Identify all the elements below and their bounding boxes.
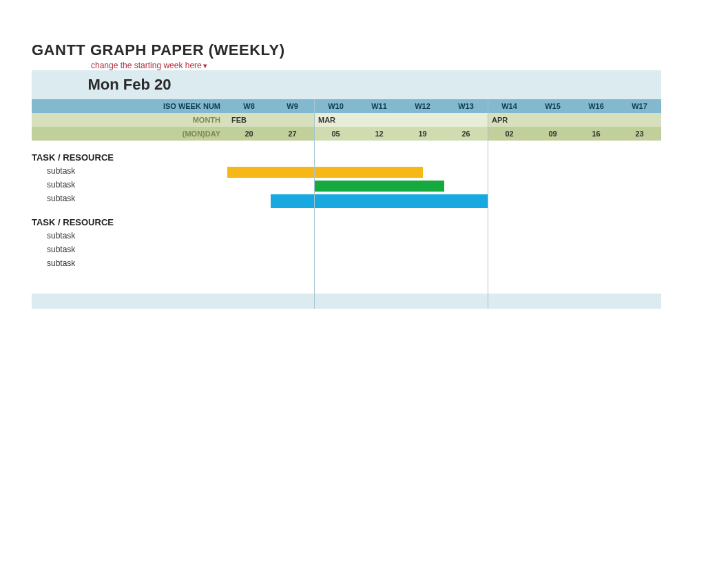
week-col: W8 (227, 99, 271, 113)
task-row: subtask (32, 178, 661, 192)
task-label: subtask (32, 243, 227, 256)
footer-band (32, 294, 661, 309)
task-label: subtask (32, 178, 227, 192)
page-title: GANTT GRAPH PAPER (WEEKLY) (32, 41, 696, 59)
task-group-header: TASK / RESOURCE (32, 215, 661, 229)
month-cell (618, 113, 661, 127)
week-col: W11 (357, 99, 401, 113)
gantt-chart: Mon Feb 20 ISO WEEK NUM W8 W9 W10 W11 W1… (32, 70, 661, 280)
day-cell: 23 (618, 127, 661, 141)
month-row-label: MONTH (32, 113, 227, 127)
task-label: subtask (32, 229, 227, 243)
day-cell: 09 (531, 127, 574, 141)
month-cell (357, 113, 401, 127)
day-cell: 26 (444, 127, 488, 141)
month-cell: MAR (314, 113, 357, 127)
iso-week-row: ISO WEEK NUM W8 W9 W10 W11 W12 W13 W14 W… (32, 99, 661, 113)
week-col: W13 (444, 99, 488, 113)
task-label: subtask (32, 164, 227, 178)
day-cell: 02 (488, 127, 531, 141)
task-group-label: TASK / RESOURCE (32, 215, 227, 229)
month-cell (271, 113, 314, 127)
gantt-bar[interactable] (271, 194, 488, 208)
day-cell: 12 (357, 127, 401, 141)
day-row-label: (MON)DAY (32, 127, 227, 141)
task-row: subtask (32, 243, 661, 256)
week-col: W17 (618, 99, 661, 113)
month-divider (314, 99, 315, 309)
task-row: subtask (32, 229, 661, 243)
month-cell (444, 113, 488, 127)
week-col: W10 (314, 99, 357, 113)
task-group-header: TASK / RESOURCE (32, 150, 661, 164)
start-week-band: Mon Feb 20 (32, 70, 661, 99)
month-cell (574, 113, 618, 127)
day-cell: 05 (314, 127, 357, 141)
task-row: subtask (32, 192, 661, 205)
task-label: subtask (32, 192, 227, 205)
week-col: W15 (531, 99, 574, 113)
hint-text: change the starting week here (91, 61, 202, 70)
month-divider (488, 99, 488, 309)
day-row: (MON)DAY 20270512192602091623 (32, 127, 661, 141)
day-cell: 16 (574, 127, 618, 141)
task-group-label: TASK / RESOURCE (32, 150, 227, 164)
day-cell: 19 (401, 127, 444, 141)
start-week-hint: change the starting week here▾ (91, 61, 696, 70)
month-cell (531, 113, 574, 127)
start-week-label[interactable]: Mon Feb 20 (32, 70, 227, 99)
week-col: W9 (271, 99, 314, 113)
chevron-down-icon: ▾ (202, 61, 207, 70)
month-row: MONTH FEBMARAPR (32, 113, 661, 127)
week-col: W12 (401, 99, 444, 113)
month-cell (401, 113, 444, 127)
iso-week-label: ISO WEEK NUM (32, 99, 227, 113)
month-cell: APR (488, 113, 531, 127)
week-col: W14 (488, 99, 531, 113)
day-cell: 27 (271, 127, 314, 141)
task-row: subtask (32, 256, 661, 270)
task-label: subtask (32, 256, 227, 270)
week-col: W16 (574, 99, 618, 113)
task-row: subtask (32, 164, 661, 178)
month-cell: FEB (227, 113, 271, 127)
day-cell: 20 (227, 127, 271, 141)
